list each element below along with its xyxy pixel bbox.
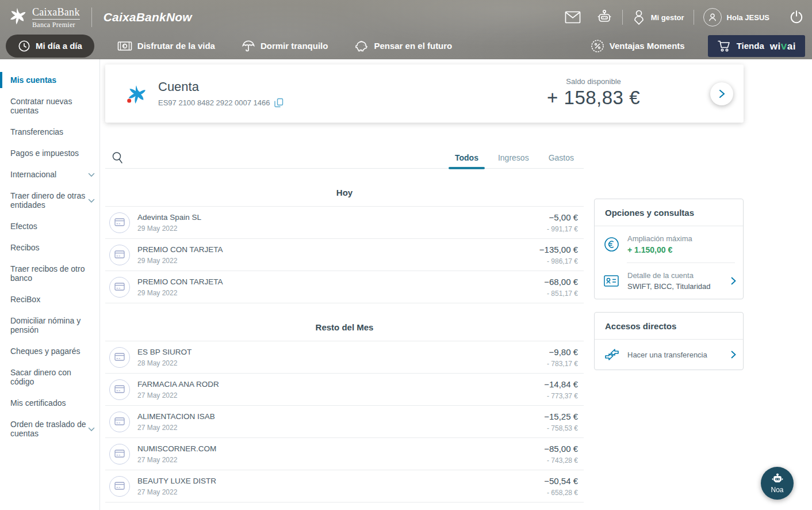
sidebar-item[interactable]: Efectos	[0, 218, 99, 234]
sidebar-item[interactable]: Sacar dinero con código	[0, 364, 99, 390]
transaction-balance: - 991,17 €	[547, 225, 578, 233]
filter-tab[interactable]: Todos	[445, 147, 488, 168]
sidebar-item-label: Sacar dinero con código	[10, 368, 95, 386]
detalle-cuenta-item[interactable]: Detalle de la cuenta SWIFT, BICC, Titula…	[595, 263, 743, 299]
transaction-date: 29 May 2022	[137, 224, 201, 233]
filter-tab-label: Gastos	[549, 153, 574, 162]
sidebar-item-label: ReciBox	[10, 295, 95, 304]
banknote-icon	[117, 40, 132, 52]
sidebar-item[interactable]: Orden de traslado de cuentas	[0, 416, 99, 442]
sidebar-item[interactable]: Domiciliar nómina y pensión	[0, 313, 99, 338]
transfer-arrows-icon	[604, 348, 620, 361]
nav-label: Pensar en el futuro	[374, 41, 452, 51]
today-transactions: Adevinta Spain SL 29 May 2022 −5,00 € - …	[105, 206, 584, 303]
transaction-name: BEAUTY LUXE DISTR	[137, 477, 216, 485]
transaction-row[interactable]: ES BP SIUROT 28 May 2022 −9,80 € - 783,1…	[105, 341, 584, 374]
transactions-list: Hoy Ad	[105, 169, 584, 503]
euro-circle-icon	[604, 237, 620, 252]
transaction-row[interactable]: FARMACIA ANA RODR 27 May 2022 −14,84 € -…	[105, 374, 584, 406]
clock-icon	[18, 40, 30, 52]
section-title-hoy: Hoy	[105, 188, 584, 197]
account-card[interactable]: Cuenta ES97 2100 8482 2922 0007 1466 Sal…	[105, 64, 744, 123]
hacer-transferencia-item[interactable]: Hacer una transferencia	[595, 340, 743, 370]
header-divider	[622, 10, 623, 25]
nav-dormir[interactable]: Dormir tranquilo	[242, 40, 328, 52]
transaction-row[interactable]: ALIMENTACION ISAB 27 May 2022 −15,25 € -…	[105, 406, 584, 438]
transaction-name: Adevinta Spain SL	[137, 213, 201, 222]
wivai-mid: v	[781, 40, 787, 52]
sidebar-item[interactable]: Traer dinero de otras entidades	[0, 188, 99, 213]
sidebar-item-label: Mis certificados	[10, 398, 95, 408]
mail-icon[interactable]	[565, 11, 581, 24]
piggy-bank-icon	[354, 40, 369, 52]
chatbot-icon[interactable]	[596, 9, 613, 26]
transaction-balance: - 851,17 €	[544, 290, 578, 298]
brand-sub: Banca Premier	[32, 20, 80, 28]
sidebar-item[interactable]: Mis certificados	[0, 395, 99, 411]
transaction-name: ALIMENTACION ISAB	[137, 412, 215, 421]
sidebar-item[interactable]: Mis cuentas	[0, 72, 99, 88]
filter-tab[interactable]: Ingresos	[488, 147, 539, 168]
ampliacion-label: Ampliación máxima	[627, 234, 692, 243]
nav-disfrutar[interactable]: Disfrutar de la vida	[117, 40, 215, 52]
sidebar: Mis cuentas Contratar nuevas cuentas Tra…	[0, 59, 100, 510]
noa-label: Noa	[771, 486, 783, 494]
wivai-pre: wi	[770, 41, 781, 52]
chevron-down-icon	[88, 424, 95, 433]
wivai-post: ai	[787, 41, 796, 52]
mi-gestor-label: Mi gestor	[651, 13, 684, 22]
sidebar-item[interactable]: Internacional	[0, 166, 99, 182]
nav-ventajas-moments[interactable]: Ventajas Moments	[591, 39, 685, 53]
chevron-down-icon	[88, 170, 95, 179]
nav-mi-dia-a-dia[interactable]: Mi día a día	[6, 35, 94, 58]
account-detail-chevron-button[interactable]	[710, 82, 733, 105]
transaction-balance: - 773,37 €	[544, 392, 578, 400]
transaction-row[interactable]: BEAUTY LUXE DISTR 27 May 2022 −50,54 € -…	[105, 470, 584, 503]
tienda-label: Tienda	[737, 41, 764, 51]
transaction-name: NUMISCORNER.COM	[137, 444, 216, 453]
transaction-row[interactable]: NUMISCORNER.COM 27 May 2022 −85,00 € - 7…	[105, 438, 584, 470]
transaction-amount: −9,80 €	[547, 347, 578, 357]
copy-icon[interactable]	[274, 98, 284, 108]
nav-pensar[interactable]: Pensar en el futuro	[354, 40, 452, 52]
account-title: Cuenta	[158, 79, 284, 94]
sidebar-item[interactable]: Contratar nuevas cuentas	[0, 93, 99, 119]
transaction-balance: - 743,28 €	[544, 456, 578, 465]
sidebar-item-label: Pagos e impuestos	[10, 149, 95, 158]
card-payment-icon	[109, 379, 130, 400]
transaction-name: PREMIO CON TARJETA	[137, 245, 223, 254]
page-body: Mis cuentas Contratar nuevas cuentas Tra…	[0, 59, 812, 510]
transaction-row[interactable]: Adevinta Spain SL 29 May 2022 −5,00 € - …	[105, 207, 584, 239]
sidebar-item[interactable]: Pagos e impuestos	[0, 145, 99, 161]
sidebar-item[interactable]: Cheques y pagarés	[0, 343, 99, 359]
saldo-block: Saldo disponible + 158,83 €	[547, 77, 640, 109]
section-title-resto: Resto del Mes	[105, 322, 584, 332]
transaction-row[interactable]: PREMIO CON TARJETA 29 May 2022 −68,00 € …	[105, 271, 584, 303]
nav-label: Disfrutar de la vida	[137, 41, 215, 51]
ampliacion-item[interactable]: Ampliación máxima + 1.150,00 €	[595, 226, 743, 262]
sidebar-item[interactable]: Traer recibos de otro banco	[0, 261, 99, 286]
user-menu[interactable]: Hola JESUS	[703, 8, 769, 26]
greeting-label: Hola JESUS	[727, 13, 769, 22]
transaction-name: PREMIO CON TARJETA	[137, 277, 223, 286]
chevron-right-icon	[731, 351, 736, 359]
sidebar-item[interactable]: Recibos	[0, 239, 99, 256]
filter-tab[interactable]: Gastos	[539, 147, 584, 168]
sidebar-item[interactable]: Transferencias	[0, 124, 99, 140]
opciones-panel-title: Opciones y consultas	[595, 199, 743, 226]
noa-chatbot-button[interactable]: Noa	[761, 467, 794, 500]
search-icon[interactable]	[111, 151, 125, 165]
mi-gestor-button[interactable]: Mi gestor	[632, 9, 684, 25]
transactions-filter-bar: Todos Ingresos Gastos	[105, 144, 584, 169]
caixabank-star-icon	[125, 83, 148, 108]
transaction-amount: −5,00 €	[547, 212, 578, 222]
caixabank-logo[interactable]: CaixaBank Banca Premier	[7, 6, 80, 29]
transaction-amount: −15,25 €	[544, 412, 578, 421]
sidebar-item[interactable]: ReciBox	[0, 291, 99, 307]
card-payment-icon	[109, 347, 130, 368]
transaction-row[interactable]: PREMIO CON TARJETA 29 May 2022 −135,00 €…	[105, 239, 584, 271]
side-panels: Opciones y consultas Ampliación máxima +…	[594, 199, 744, 503]
logout-power-icon[interactable]	[789, 10, 804, 25]
tienda-wivai-button[interactable]: Tienda wivai	[708, 35, 805, 57]
ventajas-label: Ventajas Moments	[610, 41, 685, 51]
